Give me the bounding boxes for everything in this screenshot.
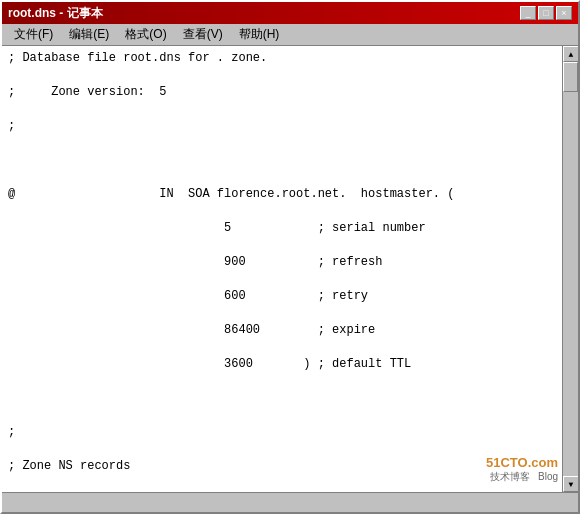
- title-bar: root.dns - 记事本 _ □ ×: [2, 2, 578, 24]
- scroll-track[interactable]: [563, 62, 578, 476]
- scroll-down-button[interactable]: ▼: [563, 476, 578, 492]
- scroll-up-button[interactable]: ▲: [563, 46, 578, 62]
- status-bar: [2, 492, 578, 512]
- text-line: ; Database file root.dns for . zone.: [8, 50, 556, 67]
- menu-view[interactable]: 查看(V): [175, 24, 231, 45]
- text-line: ; Zone version: 5: [8, 84, 556, 101]
- text-line: 5 ; serial number: [8, 220, 556, 237]
- window-title: root.dns - 记事本: [8, 5, 103, 22]
- menu-format[interactable]: 格式(O): [117, 24, 174, 45]
- title-bar-buttons: _ □ ×: [520, 6, 572, 20]
- menu-file[interactable]: 文件(F): [6, 24, 61, 45]
- close-button[interactable]: ×: [556, 6, 572, 20]
- menu-edit[interactable]: 编辑(E): [61, 24, 117, 45]
- text-line: ;: [8, 424, 556, 441]
- text-line: 600 ; retry: [8, 288, 556, 305]
- text-line: 3600 ) ; default TTL: [8, 356, 556, 373]
- vertical-scrollbar[interactable]: ▲ ▼: [562, 46, 578, 492]
- text-line: @ IN SOA florence.root.net. hostmaster. …: [8, 186, 556, 203]
- window: root.dns - 记事本 _ □ × 文件(F) 编辑(E) 格式(O) 查…: [0, 0, 580, 514]
- text-line: [8, 152, 556, 169]
- text-line: ; Zone NS records: [8, 458, 556, 475]
- text-content[interactable]: ; Database file root.dns for . zone. ; Z…: [2, 46, 562, 492]
- menu-help[interactable]: 帮助(H): [231, 24, 288, 45]
- text-line: [8, 390, 556, 407]
- text-line: 900 ; refresh: [8, 254, 556, 271]
- text-line: ;: [8, 118, 556, 135]
- minimize-button[interactable]: _: [520, 6, 536, 20]
- text-line: 86400 ; expire: [8, 322, 556, 339]
- menu-bar: 文件(F) 编辑(E) 格式(O) 查看(V) 帮助(H): [2, 24, 578, 46]
- editor-area: ; Database file root.dns for . zone. ; Z…: [2, 46, 578, 492]
- scroll-thumb[interactable]: [563, 62, 578, 92]
- maximize-button[interactable]: □: [538, 6, 554, 20]
